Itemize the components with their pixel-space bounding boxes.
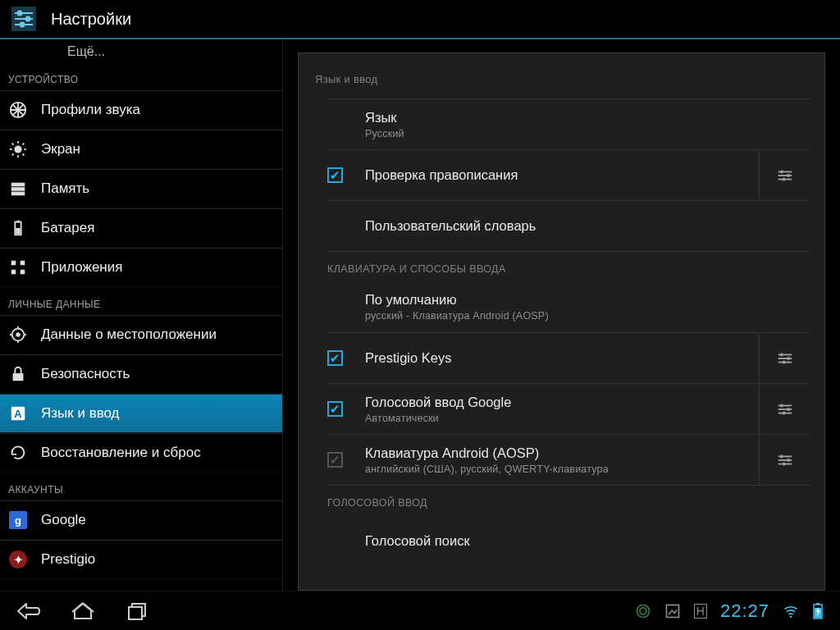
sidebar-item-label: Безопасность: [41, 366, 130, 382]
sidebar-item-apps[interactable]: Приложения: [0, 248, 282, 287]
screenshot-icon[interactable]: [664, 603, 681, 619]
row-title: Клавиатура Android (AOSP): [365, 445, 759, 461]
row-title: Пользовательский словарь: [365, 218, 810, 234]
svg-rect-63: [129, 607, 142, 619]
row-default-keyboard[interactable]: По умолчанию русский - Клавиатура Androi…: [327, 281, 810, 332]
page-title: Настройки: [51, 10, 131, 29]
row-spellcheck[interactable]: ✔ Проверка правописания: [327, 149, 810, 200]
apps-icon: [8, 258, 28, 277]
svg-rect-24: [21, 261, 25, 266]
battery-status-icon[interactable]: [812, 603, 824, 619]
sidebar-item-backup[interactable]: Восстановление и сброс: [0, 433, 282, 472]
panel-title: Язык и ввод: [299, 53, 824, 98]
sidebar-item-storage[interactable]: Память: [0, 169, 282, 208]
row-subtitle: английский (США), русский, QWERTY-клавиа…: [365, 463, 759, 475]
row-dictionary[interactable]: Пользовательский словарь: [327, 200, 810, 251]
svg-rect-21: [16, 221, 20, 222]
sound-icon: [8, 100, 28, 120]
sidebar: Ещё... УСТРОЙСТВО Профили звука Экран Па…: [0, 39, 283, 591]
svg-line-14: [23, 154, 25, 156]
sidebar-header-device: УСТРОЙСТВО: [0, 62, 282, 90]
recents-button[interactable]: [125, 600, 149, 622]
sidebar-item-google[interactable]: g Google: [0, 500, 282, 540]
row-title: Голосовой ввод Google: [365, 395, 759, 410]
sidebar-item-security[interactable]: Безопасность: [0, 354, 282, 394]
checkbox-disabled-icon: ✔: [327, 452, 343, 468]
svg-line-13: [12, 144, 14, 145]
location-icon: [8, 325, 28, 345]
svg-rect-58: [787, 459, 789, 462]
svg-rect-41: [783, 177, 785, 180]
sidebar-item-label: Данные о местоположении: [41, 326, 217, 343]
svg-rect-17: [11, 183, 25, 187]
sidebar-item-more[interactable]: Ещё...: [0, 39, 282, 62]
sidebar-item-label: Экран: [41, 141, 80, 158]
display-icon: [8, 139, 28, 159]
row-title: Голосовой поиск: [365, 533, 810, 549]
settings-button[interactable]: [759, 435, 810, 485]
battery-icon: [8, 218, 28, 238]
sidebar-item-sound[interactable]: Профили звука: [0, 90, 282, 130]
content-area: Ещё... УСТРОЙСТВО Профили звука Экран Па…: [0, 39, 840, 591]
status-clock[interactable]: 22:27: [720, 600, 769, 622]
row-prestigio-keys[interactable]: ✔ Prestigio Keys: [327, 332, 810, 383]
settings-button[interactable]: [759, 384, 810, 434]
svg-text:A: A: [14, 408, 21, 420]
svg-point-28: [16, 332, 21, 337]
svg-rect-47: [783, 360, 785, 363]
sidebar-item-label: Восстановление и сброс: [41, 445, 201, 461]
svg-rect-57: [780, 454, 783, 458]
wifi-icon[interactable]: [783, 603, 799, 619]
svg-point-64: [637, 605, 649, 617]
checkbox-checked-icon[interactable]: ✔: [327, 350, 343, 366]
svg-rect-53: [783, 411, 785, 414]
sidebar-item-battery[interactable]: Батарея: [0, 208, 282, 248]
sidebar-item-label: Память: [41, 180, 89, 197]
svg-point-6: [21, 23, 25, 27]
sync-icon[interactable]: [635, 603, 651, 619]
svg-point-4: [26, 17, 30, 21]
svg-rect-39: [780, 170, 783, 173]
sidebar-item-location[interactable]: Данные о местоположении: [0, 315, 282, 354]
checkbox-checked-icon[interactable]: ✔: [327, 167, 343, 183]
lock-icon: [8, 364, 28, 384]
sidebar-item-prestigio[interactable]: ✦ Prestigio: [0, 540, 282, 579]
svg-rect-46: [787, 357, 789, 360]
sidebar-item-language[interactable]: A Язык и ввод: [0, 394, 282, 433]
svg-rect-51: [780, 404, 783, 407]
sidebar-item-label: Google: [41, 512, 86, 528]
action-bar: Настройки: [0, 0, 840, 39]
svg-rect-18: [11, 187, 25, 191]
subheader-voice: ГОЛОСОВОЙ ВВОД: [327, 485, 810, 515]
svg-line-60: [72, 603, 83, 612]
row-voice-search[interactable]: Голосовой поиск: [327, 515, 810, 566]
home-button[interactable]: [71, 600, 95, 622]
row-google-voice[interactable]: ✔ Голосовой ввод Google Автоматически: [327, 383, 810, 434]
subheader-keyboard: КЛАВИАТУРА И СПОСОБЫ ВВОДА: [327, 251, 810, 281]
sidebar-item-label: Батарея: [41, 220, 94, 236]
row-subtitle: Русский: [365, 128, 810, 139]
svg-point-67: [790, 615, 792, 618]
settings-button[interactable]: [759, 150, 810, 200]
svg-line-61: [83, 603, 94, 612]
svg-point-8: [14, 145, 21, 153]
svg-rect-25: [11, 270, 16, 275]
row-subtitle: Автоматически: [365, 413, 759, 424]
svg-line-16: [12, 154, 14, 156]
back-button[interactable]: [16, 600, 41, 622]
row-subtitle: русский - Клавиатура Android (AOSP): [365, 310, 810, 322]
settings-button[interactable]: [759, 333, 810, 383]
svg-rect-59: [783, 462, 785, 465]
svg-rect-40: [787, 174, 789, 177]
backup-icon: [8, 443, 28, 463]
detail-panel: Язык и ввод Язык Русский ✔ Проверка прав…: [298, 52, 825, 591]
svg-rect-52: [787, 408, 789, 411]
google-icon: g: [8, 510, 28, 530]
checkbox-checked-icon[interactable]: ✔: [327, 401, 343, 417]
prestigio-icon: ✦: [8, 550, 28, 569]
sidebar-item-display[interactable]: Экран: [0, 130, 282, 169]
ime-indicator[interactable]: Н: [694, 604, 707, 619]
row-language[interactable]: Язык Русский: [327, 98, 810, 149]
row-aosp-keyboard[interactable]: ✔ Клавиатура Android (AOSP) английский (…: [327, 434, 810, 485]
sidebar-item-label: Язык и ввод: [41, 405, 120, 422]
